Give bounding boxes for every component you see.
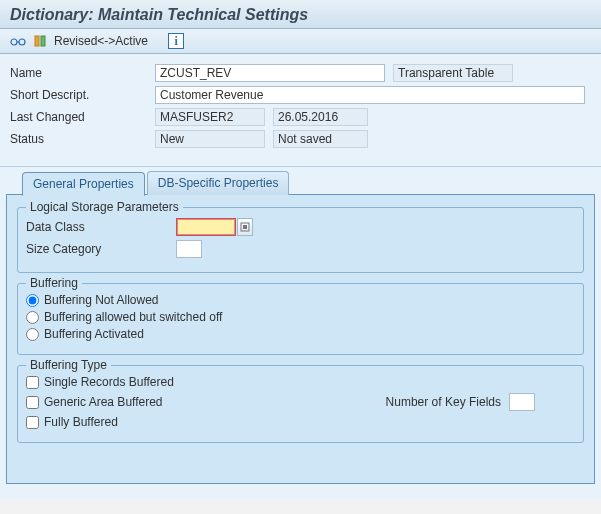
check-single-label: Single Records Buffered xyxy=(44,375,174,389)
tab-panel-general: Logical Storage Parameters Data Class Si… xyxy=(6,194,595,484)
size-category-input[interactable] xyxy=(176,240,202,258)
changed-user-field: MASFUSER2 xyxy=(155,108,265,126)
radio-not-allowed[interactable]: Buffering Not Allowed xyxy=(26,293,575,307)
keyfields-label: Number of Key Fields xyxy=(386,395,501,409)
page-title: Dictionary: Maintain Technical Settings xyxy=(10,6,591,24)
changed-date-field: 26.05.2016 xyxy=(273,108,368,126)
name-field[interactable]: ZCUST_REV xyxy=(155,64,385,82)
check-single[interactable]: Single Records Buffered xyxy=(26,375,575,389)
radio-switched-off-label: Buffering allowed but switched off xyxy=(44,310,222,324)
tab-dbspecific[interactable]: DB-Specific Properties xyxy=(147,171,290,195)
check-fully[interactable]: Fully Buffered xyxy=(26,415,575,429)
toolbar: Revised<->Active i xyxy=(0,29,601,54)
tab-general[interactable]: General Properties xyxy=(22,172,145,196)
group-logical-storage-title: Logical Storage Parameters xyxy=(26,200,183,214)
save-status-field: Not saved xyxy=(273,130,368,148)
data-class-input[interactable] xyxy=(176,218,236,236)
table-type-field: Transparent Table xyxy=(393,64,513,82)
name-label: Name xyxy=(10,66,155,80)
check-generic-input[interactable] xyxy=(26,396,39,409)
data-class-label: Data Class xyxy=(26,220,176,234)
group-buffering: Buffering Buffering Not Allowed Bufferin… xyxy=(17,283,584,355)
form-area: Name ZCUST_REV Transparent Table Short D… xyxy=(0,54,601,167)
group-buffering-type-title: Buffering Type xyxy=(26,358,111,372)
group-buffering-title: Buffering xyxy=(26,276,82,290)
check-generic-label: Generic Area Buffered xyxy=(44,395,163,409)
svg-rect-5 xyxy=(243,225,247,229)
info-icon[interactable]: i xyxy=(168,33,184,49)
check-fully-label: Fully Buffered xyxy=(44,415,118,429)
group-logical-storage: Logical Storage Parameters Data Class Si… xyxy=(17,207,584,273)
desc-field[interactable]: Customer Revenue xyxy=(155,86,585,104)
radio-switched-off-input[interactable] xyxy=(26,311,39,324)
group-buffering-type: Buffering Type Single Records Buffered G… xyxy=(17,365,584,443)
content-area: General Properties DB-Specific Propertie… xyxy=(0,167,601,499)
svg-rect-2 xyxy=(35,36,39,46)
svg-point-1 xyxy=(19,39,25,45)
check-generic[interactable]: Generic Area Buffered xyxy=(26,395,163,409)
check-fully-input[interactable] xyxy=(26,416,39,429)
tab-strip: General Properties DB-Specific Propertie… xyxy=(0,171,601,195)
radio-activated-label: Buffering Activated xyxy=(44,327,144,341)
activate-icon[interactable] xyxy=(32,33,48,49)
check-single-input[interactable] xyxy=(26,376,39,389)
radio-switched-off[interactable]: Buffering allowed but switched off xyxy=(26,310,575,324)
svg-rect-3 xyxy=(41,36,45,46)
status-field: New xyxy=(155,130,265,148)
radio-not-allowed-input[interactable] xyxy=(26,294,39,307)
size-category-label: Size Category xyxy=(26,242,176,256)
changed-label: Last Changed xyxy=(10,110,155,124)
title-bar: Dictionary: Maintain Technical Settings xyxy=(0,0,601,29)
value-help-icon[interactable] xyxy=(237,218,253,236)
radio-activated[interactable]: Buffering Activated xyxy=(26,327,575,341)
radio-activated-input[interactable] xyxy=(26,328,39,341)
radio-not-allowed-label: Buffering Not Allowed xyxy=(44,293,159,307)
svg-point-0 xyxy=(11,39,17,45)
glasses-icon[interactable] xyxy=(10,33,26,49)
revised-label[interactable]: Revised<->Active xyxy=(54,34,148,48)
keyfields-input[interactable] xyxy=(509,393,535,411)
status-label: Status xyxy=(10,132,155,146)
desc-label: Short Descript. xyxy=(10,88,155,102)
